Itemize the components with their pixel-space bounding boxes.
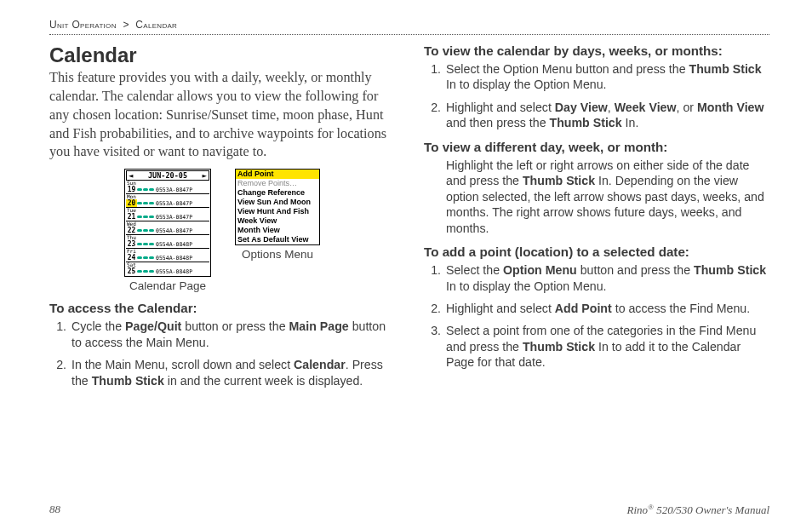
- cal-day-num: 25: [126, 267, 137, 275]
- fish-icon: [137, 216, 154, 218]
- cal-time: 0553A-0847P: [156, 187, 192, 193]
- access-step-2: In the Main Menu, scroll down and select…: [70, 357, 395, 388]
- viewby-block: To view the calendar by days, weeks, or …: [424, 43, 769, 131]
- addpoint-step-1: Select the Option Menu button and press …: [444, 262, 769, 294]
- doc-title: Rino® 520/530 Owner's Manual: [627, 503, 769, 517]
- fish-icon: [137, 188, 154, 191]
- cal-time: 0555A-0848P: [156, 268, 192, 275]
- fish-icon: [137, 256, 154, 259]
- access-list: Cycle the Page/Quit button or press the …: [49, 319, 395, 388]
- cal-time: 0554A-0848P: [156, 255, 192, 262]
- calendar-screenshot: ◄ JUN-20-05 ► Sun190553A-0847PMon200553A…: [124, 169, 211, 277]
- fish-icon: [137, 202, 154, 204]
- viewdiff-body: Highlight the left or right arrows on ei…: [424, 158, 769, 236]
- options-menu-item: View Sun And Moon: [236, 198, 319, 207]
- viewby-step-2: Highlight and select Day View, Week View…: [444, 100, 769, 131]
- cal-day-num: 19: [126, 186, 137, 193]
- options-menu-item: Set As Default View: [236, 235, 319, 244]
- options-caption: Options Menu: [242, 248, 313, 261]
- addpoint-list: Select the Option Menu button and press …: [424, 262, 769, 371]
- cal-day-num: 20: [126, 199, 137, 207]
- cal-time: 0554A-0847P: [156, 227, 192, 234]
- intro-text: This feature provides you with a daily, …: [49, 69, 395, 162]
- divider: [49, 34, 769, 35]
- cal-day-num: 21: [126, 213, 137, 221]
- addpoint-heading: To add a point (location) to a selected …: [424, 244, 769, 259]
- page-title: Calendar: [49, 43, 395, 67]
- left-column: Calendar This feature provides you with …: [49, 43, 395, 397]
- manual-page: Unit Operation > Calendar Calendar This …: [0, 0, 812, 529]
- calendar-caption: Calendar Page: [129, 279, 206, 292]
- figures: ◄ JUN-20-05 ► Sun190553A-0847PMon200553A…: [49, 169, 395, 292]
- figure-calendar: ◄ JUN-20-05 ► Sun190553A-0847PMon200553A…: [124, 169, 211, 292]
- addpoint-block: To add a point (location) to a selected …: [424, 244, 769, 371]
- next-arrow-icon: ►: [203, 172, 207, 180]
- breadcrumb-part2: Calendar: [135, 19, 177, 31]
- breadcrumb-part1: Unit Operation: [49, 19, 117, 31]
- options-menu-item: Change Reference: [236, 188, 319, 198]
- right-column: To view the calendar by days, weeks, or …: [424, 43, 769, 397]
- cal-day-num: 24: [126, 254, 137, 262]
- cal-time: 0553A-0847P: [156, 214, 192, 221]
- addpoint-step-3: Select a point from one of the categorie…: [444, 323, 769, 370]
- viewby-heading: To view the calendar by days, weeks, or …: [424, 43, 769, 58]
- viewdiff-heading: To view a different day, week, or month:: [424, 140, 769, 154]
- access-step-1: Cycle the Page/Quit button or press the …: [70, 319, 395, 350]
- viewby-step-1: Select the Option Menu button and press …: [444, 61, 769, 93]
- footer: 88 Rino® 520/530 Owner's Manual: [49, 503, 769, 517]
- options-menu-item: Month View: [236, 226, 319, 235]
- fish-icon: [137, 229, 154, 232]
- cal-time: 0553A-0847P: [156, 200, 192, 207]
- breadcrumb: Unit Operation > Calendar: [49, 19, 769, 31]
- options-menu-item: View Hunt And Fish: [236, 207, 319, 216]
- calendar-header: ◄ JUN-20-05 ►: [126, 170, 209, 181]
- figure-options: Add PointRemove Points…Change ReferenceV…: [235, 169, 320, 261]
- breadcrumb-sep: >: [123, 19, 129, 31]
- options-menu-item: Remove Points…: [236, 179, 319, 188]
- options-menu-screenshot: Add PointRemove Points…Change ReferenceV…: [235, 169, 320, 245]
- access-block: To access the Calendar: Cycle the Page/Q…: [49, 301, 395, 388]
- prev-arrow-icon: ◄: [129, 172, 133, 180]
- viewby-list: Select the Option Menu button and press …: [424, 61, 769, 131]
- viewdiff-block: To view a different day, week, or month:…: [424, 140, 769, 236]
- options-menu-item: Week View: [236, 216, 319, 226]
- cal-day-num: 22: [126, 227, 137, 234]
- options-menu-item: Add Point: [236, 170, 319, 179]
- fish-icon: [137, 243, 154, 245]
- calendar-rows: Sun190553A-0847PMon200553A-0847PTue21055…: [126, 181, 209, 275]
- fish-icon: [137, 270, 154, 273]
- page-number: 88: [49, 503, 60, 517]
- access-heading: To access the Calendar:: [49, 301, 395, 315]
- cal-day-num: 23: [126, 240, 137, 248]
- calendar-date: JUN-20-05: [148, 171, 187, 180]
- cal-time: 0554A-0848P: [156, 241, 192, 248]
- addpoint-step-2: Highlight and select Add Point to access…: [444, 301, 769, 316]
